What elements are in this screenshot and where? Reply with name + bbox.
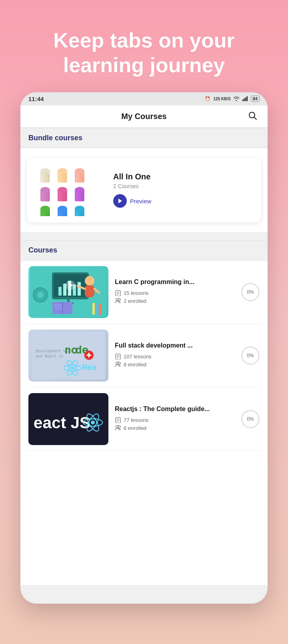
course-title-1: Learn C programming in... <box>115 278 235 286</box>
battery-indicator: 84 <box>251 95 260 102</box>
bundle-card: All In One 2 Courses Preview <box>27 158 261 223</box>
instructor-illustration <box>28 266 108 318</box>
grid-item <box>37 187 53 205</box>
lessons-icon-3 <box>115 417 121 423</box>
course-card-2[interactable]: development with and React.js no de <box>27 324 261 388</box>
bundle-section-header: Bundle courses <box>20 128 268 148</box>
svg-rect-1 <box>244 98 245 101</box>
nodejs-illustration: development with and React.js no de <box>28 330 108 382</box>
enrolled-count-2: 8 enrolled <box>124 362 146 368</box>
preview-button[interactable]: Preview <box>113 194 151 208</box>
course-thumbnail-2: development with and React.js no de <box>28 330 108 382</box>
course-title-2: Full stack development ... <box>115 342 235 350</box>
status-right: ⏰ 125 KB/S 84 <box>204 95 260 102</box>
course-card-1[interactable]: Learn C programming in... 15 lessons <box>27 260 261 324</box>
preview-label: Preview <box>130 198 151 205</box>
app-header: My Courses <box>20 105 268 128</box>
progress-circle-3: 0% <box>241 410 260 428</box>
section-spacer <box>20 232 268 240</box>
lessons-icon-2 <box>115 353 121 360</box>
svg-rect-94 <box>96 304 98 315</box>
courses-heading-text: Courses <box>28 246 57 254</box>
bundle-info: All In One 2 Courses Preview <box>113 172 255 208</box>
course-info-2: Full stack development ... 107 lessons <box>115 342 235 369</box>
page-title: My Courses <box>121 112 166 121</box>
progress-circle-2: 0% <box>241 346 260 365</box>
search-button[interactable] <box>248 111 258 122</box>
course-lessons-1: 15 lessons <box>115 290 235 296</box>
course-enrolled-1: 2 enrolled <box>115 298 235 304</box>
svg-text:eact JS: eact JS <box>34 413 90 432</box>
app-content: My Courses Bundle courses <box>20 105 268 585</box>
course-info-1: Learn C programming in... 15 lessons <box>115 278 235 306</box>
grid-item <box>72 206 88 216</box>
grid-item <box>54 168 70 186</box>
hero-line2: learning journey <box>63 54 225 77</box>
svg-rect-0 <box>242 99 244 101</box>
course-thumbnail-3: eact JS <box>28 393 108 445</box>
bundle-title: All In One <box>113 172 255 181</box>
course-card-3[interactable]: eact JS Reactjs : The Complete guide... <box>27 388 261 451</box>
enrolled-count-3: 6 enrolled <box>124 425 146 431</box>
search-icon <box>248 111 258 121</box>
hero-title: Keep tabs on your learning journey <box>53 28 235 78</box>
enrolled-count-1: 2 enrolled <box>124 298 146 304</box>
svg-rect-93 <box>92 303 95 315</box>
enrolled-icon-2 <box>115 361 121 368</box>
lessons-icon-1 <box>115 290 121 296</box>
progress-circle-1: 0% <box>241 283 260 301</box>
course-lessons-3: 77 lessons <box>115 417 235 423</box>
svg-rect-3 <box>246 96 248 101</box>
wifi-icon <box>233 95 240 102</box>
svg-rect-95 <box>99 304 101 315</box>
course-info-3: Reactjs : The Complete guide... 77 lesso… <box>115 405 235 433</box>
bundle-thumbnail <box>33 164 105 216</box>
lessons-count-1: 15 lessons <box>124 290 148 296</box>
reactjs-illustration: eact JS <box>28 393 108 445</box>
course-thumbnail-1 <box>28 266 108 318</box>
grid-item <box>37 168 53 186</box>
svg-text:Rea: Rea <box>82 363 96 372</box>
grid-item <box>54 206 70 216</box>
grid-item <box>54 187 70 205</box>
enrolled-icon-3 <box>115 425 121 431</box>
bundle-subtitle: 2 Courses <box>113 183 255 189</box>
progress-value-2: 0% <box>247 353 254 358</box>
progress-value-1: 0% <box>247 289 254 295</box>
svg-marker-69 <box>118 199 122 203</box>
play-icon-circle <box>113 194 127 208</box>
svg-rect-79 <box>78 282 81 296</box>
data-speed: 125 KB/S <box>213 97 230 101</box>
svg-rect-75 <box>58 287 62 296</box>
svg-point-72 <box>37 292 44 298</box>
svg-rect-85 <box>85 285 94 297</box>
svg-line-5 <box>254 117 257 119</box>
course-lessons-2: 107 lessons <box>115 353 235 360</box>
colorful-grid <box>35 166 90 216</box>
svg-point-114 <box>71 366 74 370</box>
course-title-3: Reactjs : The Complete guide... <box>115 405 235 413</box>
courses-section-header: Courses <box>20 240 268 260</box>
lessons-count-3: 77 lessons <box>124 417 148 423</box>
play-icon <box>118 198 122 204</box>
hero-section: Keep tabs on your learning journey <box>53 28 235 78</box>
grid-item <box>72 187 88 205</box>
enrolled-icon-1 <box>115 298 121 304</box>
svg-point-128 <box>91 421 95 425</box>
svg-rect-2 <box>245 97 246 101</box>
alarm-icon: ⏰ <box>204 95 211 102</box>
bundle-section-content: All In One 2 Courses Preview <box>20 148 268 232</box>
phone-frame: 11:44 ⏰ 125 KB/S <box>20 92 268 604</box>
status-bar: 11:44 ⏰ 125 KB/S <box>20 92 268 105</box>
bundle-heading-text: Bundle courses <box>28 134 82 142</box>
grid-item <box>37 206 53 216</box>
course-enrolled-2: 8 enrolled <box>115 361 235 368</box>
svg-point-84 <box>85 276 94 286</box>
grid-item <box>72 168 88 186</box>
svg-text:and React.js: and React.js <box>36 354 64 358</box>
course-enrolled-3: 6 enrolled <box>115 425 235 431</box>
progress-value-3: 0% <box>247 416 254 422</box>
lessons-count-2: 107 lessons <box>124 354 151 360</box>
status-time: 11:44 <box>28 95 44 102</box>
hero-line1: Keep tabs on your <box>53 29 235 52</box>
